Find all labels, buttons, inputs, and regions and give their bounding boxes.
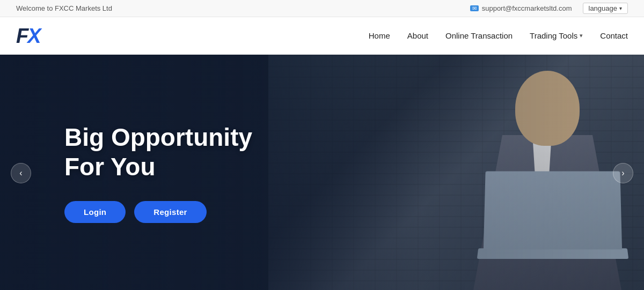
hero-title-line2: For You (64, 153, 156, 181)
topbar-welcome: Welcome to FXCC Markets Ltd (16, 4, 112, 12)
topbar-right: support@fxccmarketsltd.com language (470, 3, 628, 14)
topbar-email-container: support@fxccmarketsltd.com (470, 4, 572, 12)
nav-menu: Home About Online Transaction Trading To… (369, 31, 628, 41)
nav-link-home[interactable]: Home (369, 31, 390, 40)
hero-section: ‹ › Big Opportunity For You Login Regist… (0, 55, 644, 290)
nav-item-home[interactable]: Home (369, 31, 390, 41)
logo-text: FX (16, 26, 40, 46)
carousel-prev-button[interactable]: ‹ (11, 163, 31, 183)
language-button[interactable]: language (583, 3, 628, 14)
carousel-next-button[interactable]: › (613, 163, 633, 183)
right-arrow-icon: › (621, 168, 624, 178)
chevron-down-icon: ▾ (580, 32, 583, 39)
login-button[interactable]: Login (64, 201, 126, 223)
register-button[interactable]: Register (134, 201, 206, 223)
nav-item-online-transaction[interactable]: Online Transaction (445, 31, 513, 41)
logo[interactable]: FX (16, 26, 40, 46)
nav-link-trading-tools[interactable]: Trading Tools ▾ (530, 31, 583, 40)
nav-link-about[interactable]: About (407, 31, 428, 40)
nav-link-contact[interactable]: Contact (600, 31, 628, 40)
nav-item-trading-tools[interactable]: Trading Tools ▾ (530, 31, 583, 40)
topbar-email-address: support@fxccmarketsltd.com (482, 4, 572, 12)
nav-item-about[interactable]: About (407, 31, 428, 41)
hero-content: Big Opportunity For You Login Register (0, 55, 644, 290)
hero-title-line1: Big Opportunity (64, 123, 252, 151)
navbar: FX Home About Online Transaction Trading… (0, 17, 644, 55)
hero-buttons: Login Register (64, 201, 644, 223)
left-arrow-icon: ‹ (19, 168, 22, 178)
nav-item-contact[interactable]: Contact (600, 31, 628, 41)
nav-link-online-transaction[interactable]: Online Transaction (445, 31, 513, 40)
hero-title: Big Opportunity For You (64, 123, 343, 182)
email-icon (470, 5, 479, 11)
topbar: Welcome to FXCC Markets Ltd support@fxcc… (0, 0, 644, 17)
